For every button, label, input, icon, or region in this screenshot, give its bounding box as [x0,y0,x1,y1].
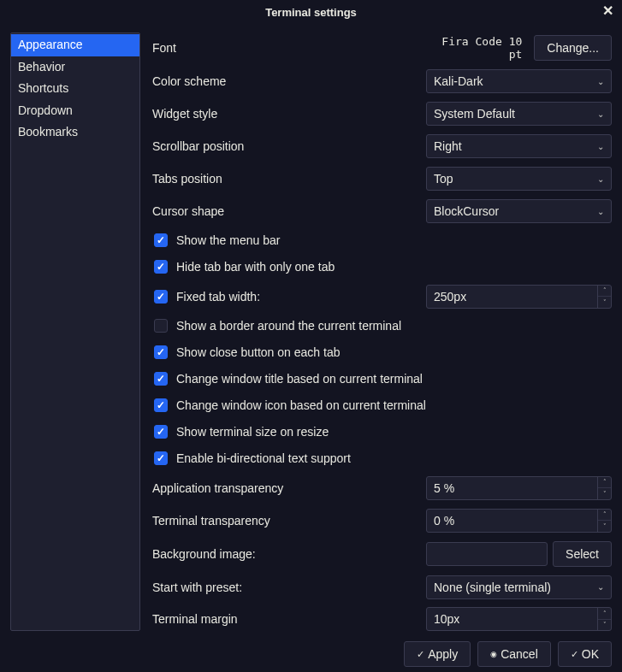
window-title: Terminal settings [265,6,357,19]
chevron-down-icon: ⌄ [597,174,604,184]
show-border-label: Show a border around the current termina… [176,319,401,333]
fixed-tab-width-spinbox[interactable]: 250px ˄ ˅ [426,285,612,309]
spin-down-icon[interactable]: ˅ [598,488,611,499]
spin-up-icon[interactable]: ˄ [598,510,611,522]
sidebar-item-dropdown[interactable]: Dropdown [11,100,139,122]
spin-down-icon[interactable]: ˅ [598,521,611,532]
sidebar-item-appearance[interactable]: Appearance [11,34,139,56]
start-preset-value: None (single terminal) [434,581,551,594]
spin-up-icon[interactable]: ˄ [598,286,611,298]
terminal-transparency-label: Terminal transparency [152,514,426,528]
terminal-transparency-spinbox[interactable]: 0 % ˄ ˅ [426,509,612,533]
scrollbar-position-label: Scrollbar position [152,139,426,153]
font-label: Font [152,41,426,55]
app-transparency-value: 5 % [427,477,597,499]
cursor-shape-select[interactable]: BlockCursor ⌄ [426,199,612,223]
chevron-down-icon: ⌄ [597,207,604,216]
terminal-margin-spinbox[interactable]: 10px ˄ ˅ [426,607,612,631]
start-preset-select[interactable]: None (single terminal) ⌄ [426,575,612,599]
terminal-margin-value: 10px [427,608,597,630]
sidebar: Appearance Behavior Shortcuts Dropdown B… [10,32,140,631]
tabs-position-value: Top [434,172,453,186]
titlebar: Terminal settings ✕ [0,0,622,24]
spin-down-icon[interactable]: ˅ [598,297,611,308]
change-font-button[interactable]: Change... [534,35,612,61]
bidi-checkbox[interactable] [154,451,168,465]
show-menu-bar-checkbox[interactable] [154,233,168,247]
show-close-button-label: Show close button on each tab [176,345,340,359]
select-bg-button[interactable]: Select [553,541,612,567]
terminal-margin-label: Terminal margin [152,612,426,626]
spin-down-icon[interactable]: ˅ [598,620,611,631]
tabs-position-label: Tabs position [152,172,426,186]
widget-style-select[interactable]: System Default ⌄ [426,102,612,126]
close-icon[interactable]: ✕ [599,3,617,19]
chevron-down-icon: ⌄ [597,77,604,86]
chevron-down-icon: ⌄ [597,109,604,119]
terminal-transparency-value: 0 % [427,510,597,532]
background-image-label: Background image: [152,547,426,561]
app-transparency-spinbox[interactable]: 5 % ˄ ˅ [426,476,612,500]
font-value: Fira Code 10 pt [426,35,522,61]
dialog-footer: Apply Cancel OK [0,631,622,672]
show-border-checkbox[interactable] [154,319,168,333]
show-menu-bar-label: Show the menu bar [176,233,280,247]
change-window-title-checkbox[interactable] [154,372,168,386]
main-panel: Font Fira Code 10 pt Change... Color sch… [152,32,612,631]
fixed-tab-width-value: 250px [427,286,597,308]
background-image-field[interactable] [426,542,548,566]
show-close-button-checkbox[interactable] [154,345,168,359]
widget-style-label: Widget style [152,107,426,121]
sidebar-item-behavior[interactable]: Behavior [11,56,139,79]
cursor-shape-label: Cursor shape [152,204,426,218]
widget-style-value: System Default [434,107,515,121]
spin-up-icon[interactable]: ˄ [598,477,611,489]
app-transparency-label: Application transparency [152,481,426,495]
bidi-label: Enable bi-directional text support [176,451,351,465]
show-terminal-size-checkbox[interactable] [154,425,168,439]
change-window-title-label: Change window title based on current ter… [176,372,423,386]
scrollbar-position-value: Right [434,139,462,153]
show-terminal-size-label: Show terminal size on resize [176,425,329,439]
scrollbar-position-select[interactable]: Right ⌄ [426,134,612,158]
tabs-position-select[interactable]: Top ⌄ [426,167,612,191]
color-scheme-select[interactable]: Kali-Dark ⌄ [426,69,612,93]
start-preset-label: Start with preset: [152,581,426,594]
fixed-tab-width-label: Fixed tab width: [176,290,260,304]
hide-tab-bar-checkbox[interactable] [154,260,168,274]
change-window-icon-label: Change window icon based on current term… [176,398,426,412]
cursor-shape-value: BlockCursor [434,204,499,218]
fixed-tab-width-checkbox[interactable] [154,290,168,304]
color-scheme-value: Kali-Dark [434,74,483,88]
ok-button[interactable]: OK [558,641,612,667]
change-window-icon-checkbox[interactable] [154,398,168,412]
chevron-down-icon: ⌄ [597,582,604,592]
hide-tab-bar-label: Hide tab bar with only one tab [176,260,335,274]
cancel-button[interactable]: Cancel [477,641,551,667]
color-scheme-label: Color scheme [152,74,426,88]
spin-up-icon[interactable]: ˄ [598,608,611,620]
sidebar-item-bookmarks[interactable]: Bookmarks [11,121,139,144]
sidebar-item-shortcuts[interactable]: Shortcuts [11,78,139,100]
chevron-down-icon: ⌄ [597,142,604,151]
apply-button[interactable]: Apply [404,641,471,667]
